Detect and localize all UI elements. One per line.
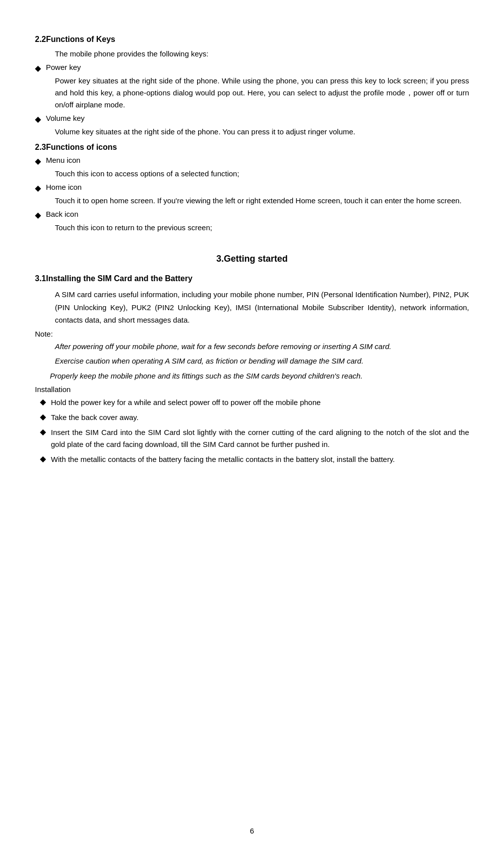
bullet-diamond-icon: ◆ (40, 412, 46, 422)
install-item-4: ◆ With the metallic contacts of the batt… (35, 453, 469, 465)
volume-key-description: Volume key situates at the right side of… (55, 126, 469, 138)
bullet-menu-icon: ◆ Menu icon (35, 156, 469, 166)
install-item-2-text: Take the back cover away. (51, 412, 139, 424)
section-31: 3.1Installing the SIM Card and the Batte… (35, 274, 469, 465)
bullet-diamond-icon: ◆ (35, 156, 41, 166)
volume-key-label: Volume key (46, 114, 85, 122)
power-key-label: Power key (46, 63, 81, 71)
install-item-3: ◆ Insert the SIM Card into the SIM Card … (35, 426, 469, 450)
home-icon-label: Home icon (46, 183, 82, 191)
chapter-3-heading: 3.Getting started (35, 254, 469, 264)
bullet-diamond-icon: ◆ (35, 63, 41, 73)
section-22: 2.2Functions of Keys The mobile phone pr… (35, 35, 469, 138)
bullet-diamond-icon: ◆ (40, 454, 46, 463)
bullet-diamond-icon: ◆ (35, 114, 41, 124)
note-3: Properly keep the mobile phone and its f… (50, 370, 469, 383)
note-1: After powering off your mobile phone, wa… (55, 340, 469, 353)
back-icon-description: Touch this icon to return to the previou… (55, 222, 469, 234)
bullet-home-icon: ◆ Home icon (35, 183, 469, 193)
section-22-heading: 2.2Functions of Keys (35, 35, 469, 44)
bullet-volume-key: ◆ Volume key (35, 114, 469, 124)
bullet-diamond-icon: ◆ (40, 427, 46, 436)
section-22-intro: The mobile phone provides the following … (55, 48, 469, 60)
page-content: 2.2Functions of Keys The mobile phone pr… (0, 0, 504, 850)
section-31-heading: 3.1Installing the SIM Card and the Batte… (35, 274, 469, 283)
bullet-back-icon: ◆ Back icon (35, 210, 469, 220)
section-31-intro: A SIM card carries useful information, i… (55, 288, 469, 327)
bullet-diamond-icon: ◆ (40, 397, 46, 407)
bullet-diamond-icon: ◆ (35, 183, 41, 193)
page-number: 6 (35, 827, 469, 835)
menu-icon-label: Menu icon (46, 156, 80, 164)
back-icon-label: Back icon (46, 210, 78, 218)
bullet-diamond-icon: ◆ (35, 210, 41, 220)
section-23: 2.3Functions of icons ◆ Menu icon Touch … (35, 143, 469, 234)
install-item-1-text: Hold the power key for a while and selec… (51, 397, 321, 409)
install-item-3-text: Insert the SIM Card into the SIM Card sl… (51, 426, 469, 450)
install-item-1: ◆ Hold the power key for a while and sel… (35, 397, 469, 409)
installation-label: Installation (35, 385, 469, 394)
note-2: Exercise caution when operating A SIM ca… (55, 355, 469, 368)
menu-icon-description: Touch this icon to access options of a s… (55, 168, 469, 180)
bullet-power-key: ◆ Power key (35, 63, 469, 73)
install-item-4-text: With the metallic contacts of the batter… (51, 453, 395, 465)
note-label: Note: (35, 330, 469, 338)
install-item-2: ◆ Take the back cover away. (35, 412, 469, 424)
section-23-heading: 2.3Functions of icons (35, 143, 469, 152)
power-key-description: Power key situates at the right side of … (55, 75, 469, 111)
home-icon-description: Touch it to open home screen. If you're … (55, 195, 469, 207)
